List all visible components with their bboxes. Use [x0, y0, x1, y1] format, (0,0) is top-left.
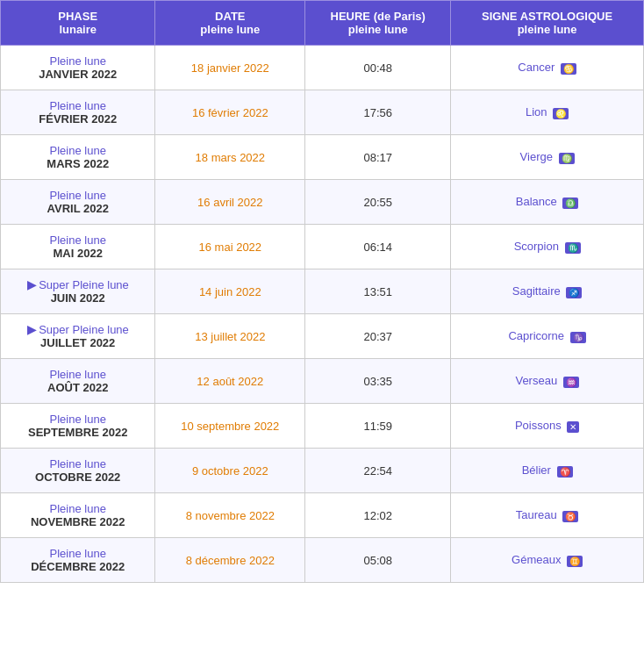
- signe-icon: ♑: [570, 332, 586, 343]
- heure-cell: 03:35: [305, 359, 451, 404]
- phase-month: SEPTEMBRE 2022: [8, 426, 147, 439]
- signe-cell: Bélier ♈: [451, 449, 644, 493]
- phase-label: Super Pleine lune: [39, 323, 129, 336]
- signe-name: Sagittaire: [512, 284, 561, 298]
- date-cell: 13 juillet 2022: [155, 314, 305, 359]
- heure-cell: 00:48: [305, 46, 451, 90]
- signe-name: Bélier: [522, 463, 551, 477]
- phase-month: NOVEMBRE 2022: [8, 515, 147, 528]
- signe-cell: Lion ♌: [451, 90, 644, 135]
- phase-label: Pleine lune: [50, 144, 106, 157]
- signe-cell: Gémeaux ♊: [451, 538, 644, 583]
- phase-label: Pleine lune: [50, 368, 106, 381]
- phase-cell: Pleine luneJANVIER 2022: [1, 46, 155, 90]
- heure-cell: 11:59: [305, 404, 451, 449]
- phase-label: Pleine lune: [50, 502, 106, 515]
- lunar-phases-table: PHASElunaire DATEpleine lune HEURE (de P…: [0, 0, 644, 583]
- table-row: ▶ Super Pleine luneJUIN 202214 juin 2022…: [1, 269, 644, 314]
- phase-label: Pleine lune: [50, 233, 106, 247]
- heure-cell: 12:02: [305, 493, 451, 538]
- phase-label: Pleine lune: [50, 457, 106, 470]
- date-cell: 16 mai 2022: [155, 225, 305, 269]
- signe-icon: ♊: [567, 556, 583, 567]
- signe-icon: ♏: [565, 242, 581, 254]
- signe-name: Gémeaux: [512, 553, 561, 566]
- signe-icon: ✕: [567, 421, 579, 433]
- signe-cell: Taureau ♉: [451, 493, 644, 538]
- heure-cell: 05:08: [305, 538, 451, 583]
- phase-month: AOÛT 2022: [8, 381, 147, 394]
- phase-label: Pleine lune: [50, 413, 106, 426]
- phase-month: DÉCEMBRE 2022: [8, 560, 147, 573]
- signe-name: Balance: [516, 195, 557, 208]
- phase-month: JUIN 2022: [8, 291, 147, 305]
- signe-cell: Verseau ♒: [451, 359, 644, 404]
- phase-cell: Pleine luneDÉCEMBRE 2022: [1, 538, 155, 583]
- signe-cell: Cancer ♋: [451, 46, 644, 90]
- phase-month: JUILLET 2022: [8, 336, 147, 349]
- date-cell: 8 décembre 2022: [155, 538, 305, 583]
- phase-month: MARS 2022: [8, 157, 147, 170]
- table-row: Pleine luneJANVIER 202218 janvier 202200…: [1, 46, 644, 90]
- signe-icon: ♌: [553, 108, 569, 119]
- signe-cell: Capricorne ♑: [451, 314, 644, 359]
- signe-icon: ♉: [562, 511, 578, 522]
- signe-icon: ♍: [559, 153, 575, 164]
- phase-cell: Pleine luneMAI 2022: [1, 225, 155, 269]
- date-cell: 16 avril 2022: [155, 180, 305, 225]
- signe-icon: ♎: [562, 198, 578, 209]
- phase-month: MAI 2022: [8, 247, 147, 260]
- table-row: Pleine luneNOVEMBRE 20228 novembre 20221…: [1, 493, 644, 538]
- signe-name: Capricorne: [508, 329, 564, 342]
- phase-month: FÉVRIER 2022: [8, 112, 147, 126]
- phase-cell: Pleine luneFÉVRIER 2022: [1, 90, 155, 135]
- date-cell: 12 août 2022: [155, 359, 305, 404]
- table-row: Pleine luneAVRIL 202216 avril 202220:55B…: [1, 180, 644, 225]
- signe-name: Vierge: [520, 150, 553, 163]
- signe-cell: Vierge ♍: [451, 135, 644, 180]
- table-row: Pleine luneSEPTEMBRE 202210 septembre 20…: [1, 404, 644, 449]
- heure-cell: 20:55: [305, 180, 451, 225]
- phase-label: Pleine lune: [50, 54, 106, 68]
- signe-name: Taureau: [516, 508, 557, 521]
- table-row: Pleine luneMARS 202218 mars 202208:17Vie…: [1, 135, 644, 180]
- signe-icon: ♈: [557, 466, 573, 478]
- signe-name: Lion: [526, 105, 547, 119]
- signe-name: Scorpion: [514, 240, 559, 253]
- phase-cell: Pleine luneSEPTEMBRE 2022: [1, 404, 155, 449]
- signe-name: Verseau: [515, 374, 557, 387]
- table-row: Pleine luneMAI 202216 mai 202206:14Scorp…: [1, 225, 644, 269]
- phase-cell: Pleine luneAOÛT 2022: [1, 359, 155, 404]
- table-row: Pleine luneDÉCEMBRE 20228 décembre 20220…: [1, 538, 644, 583]
- super-moon-arrow: ▶: [27, 278, 39, 291]
- signe-cell: Scorpion ♏: [451, 225, 644, 269]
- signe-icon: ♋: [561, 63, 576, 75]
- date-cell: 10 septembre 2022: [155, 404, 305, 449]
- phase-month: AVRIL 2022: [8, 202, 147, 215]
- phase-cell: Pleine luneNOVEMBRE 2022: [1, 493, 155, 538]
- phase-label: Pleine lune: [50, 547, 106, 560]
- heure-cell: 08:17: [305, 135, 451, 180]
- header-phase: PHASElunaire: [1, 1, 155, 46]
- header-heure: HEURE (de Paris)pleine lune: [305, 1, 451, 46]
- phase-cell: Pleine luneMARS 2022: [1, 135, 155, 180]
- signe-icon: ♒: [563, 377, 579, 388]
- signe-name: Cancer: [518, 61, 555, 74]
- table-row: Pleine luneOCTOBRE 20229 octobre 202222:…: [1, 449, 644, 493]
- phase-label: Super Pleine lune: [39, 278, 129, 291]
- date-cell: 18 mars 2022: [155, 135, 305, 180]
- table-row: ▶ Super Pleine luneJUILLET 202213 juille…: [1, 314, 644, 359]
- phase-cell: ▶ Super Pleine luneJUIN 2022: [1, 269, 155, 314]
- heure-cell: 20:37: [305, 314, 451, 359]
- signe-cell: Balance ♎: [451, 180, 644, 225]
- phase-label: Pleine lune: [50, 189, 106, 202]
- table-row: Pleine luneFÉVRIER 202216 février 202217…: [1, 90, 644, 135]
- signe-icon: ♐: [566, 287, 582, 298]
- signe-cell: Poissons ✕: [451, 404, 644, 449]
- heure-cell: 13:51: [305, 269, 451, 314]
- date-cell: 16 février 2022: [155, 90, 305, 135]
- signe-cell: Sagittaire ♐: [451, 269, 644, 314]
- phase-cell: Pleine luneAVRIL 2022: [1, 180, 155, 225]
- phase-month: OCTOBRE 2022: [8, 470, 147, 484]
- header-date: DATEpleine lune: [155, 1, 305, 46]
